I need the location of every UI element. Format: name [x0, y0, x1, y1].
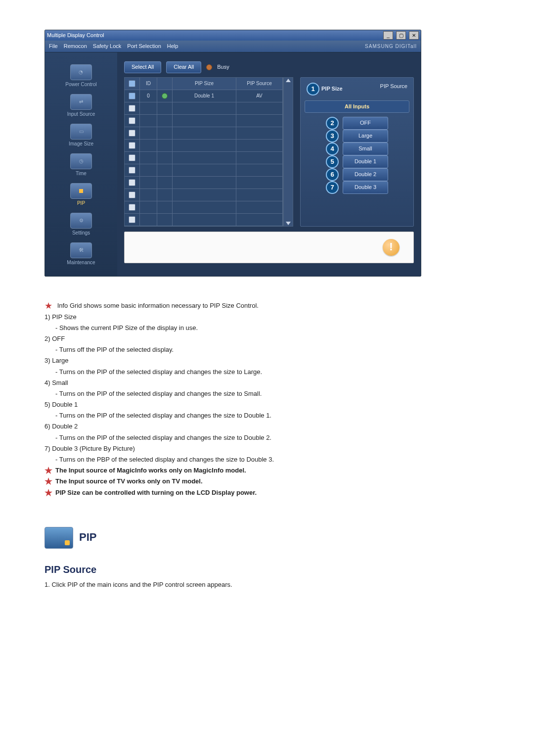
menu-remocon[interactable]: Remocon	[64, 43, 87, 50]
row-pip-size: Double 1	[173, 90, 236, 102]
pip-size-tab[interactable]: PIP Size	[321, 85, 343, 93]
menu-safety-lock[interactable]: Safety Lock	[93, 43, 121, 50]
info-icon: !	[383, 239, 400, 256]
row-pip-size	[173, 115, 236, 127]
pip-option-off[interactable]: OFF	[343, 117, 388, 129]
settings-icon: ⚙	[70, 213, 92, 229]
note-item-sub: - Turns on the PBP of the selected displ…	[55, 455, 420, 464]
row-checkbox[interactable]	[125, 152, 140, 164]
row-checkbox[interactable]	[125, 140, 140, 152]
pip-option-row: 5Double 1	[305, 155, 409, 168]
row-status	[157, 90, 173, 102]
row-pip-size	[173, 127, 236, 140]
pip-option-row: 6Double 2	[305, 168, 409, 181]
row-checkbox[interactable]	[125, 164, 140, 177]
select-all-button[interactable]: Select All	[124, 61, 161, 73]
star-icon: ★	[44, 476, 52, 486]
clear-all-button[interactable]: Clear All	[166, 61, 201, 73]
menu-file[interactable]: File	[49, 43, 58, 50]
table-row[interactable]	[125, 201, 283, 214]
callout-4: 4	[326, 142, 339, 155]
note-item-head: 6) Double 2	[44, 422, 420, 431]
col-checkbox-header[interactable]	[125, 78, 140, 90]
row-pip-size	[173, 189, 236, 201]
row-status	[157, 164, 173, 177]
sidebar-item-maintenance[interactable]: 🛠 Maintenance	[67, 241, 95, 267]
row-checkbox[interactable]	[125, 127, 140, 140]
mdc-app-window: Multiple Display Control _ ▢ ✕ File Remo…	[44, 30, 421, 277]
sidebar-item-image-size[interactable]: ▭ Image Size	[69, 123, 93, 148]
row-status	[157, 152, 173, 164]
sidebar-item-label: PIP	[77, 200, 85, 207]
star-icon: ★	[44, 488, 52, 498]
busy-label: Busy	[217, 63, 229, 71]
table-row[interactable]	[125, 115, 283, 127]
pip-section-icon	[44, 527, 73, 549]
col-id-header: ID	[140, 78, 157, 90]
note-item-sub: - Shows the current PIP Size of the disp…	[55, 324, 420, 332]
callout-6: 6	[326, 168, 339, 181]
pip-source-tab[interactable]: PIP Source	[380, 83, 407, 95]
menu-help[interactable]: Help	[167, 43, 178, 50]
row-checkbox[interactable]	[125, 115, 140, 127]
pip-panel: 1 PIP Size PIP Source All Inputs 2OFF3La…	[300, 77, 414, 227]
table-row[interactable]	[125, 177, 283, 189]
row-id	[140, 152, 157, 164]
note-item-head: 4) Small	[44, 378, 420, 387]
scroll-up-icon[interactable]	[286, 79, 291, 82]
sidebar-item-input-source[interactable]: ⇄ Input Source	[67, 93, 95, 119]
table-row[interactable]	[125, 189, 283, 201]
scroll-down-icon[interactable]	[286, 222, 291, 225]
table-row[interactable]	[125, 102, 283, 115]
row-checkbox[interactable]	[125, 189, 140, 201]
sidebar-item-label: Time	[76, 170, 87, 177]
footnote: ★The Input source of TV works only on TV…	[44, 477, 420, 486]
row-pip-size	[173, 164, 236, 177]
row-pip-source	[236, 201, 283, 214]
status-dot-icon	[162, 93, 168, 99]
note-item-head: 5) Double 1	[44, 400, 420, 409]
row-id: 0	[140, 90, 157, 102]
pip-option-double 3[interactable]: Double 3	[343, 181, 388, 193]
app-title: Multiple Display Control	[47, 32, 104, 39]
pip-option-double 1[interactable]: Double 1	[343, 155, 388, 168]
row-checkbox[interactable]	[125, 90, 140, 102]
sidebar-item-settings[interactable]: ⚙ Settings	[70, 212, 92, 237]
footnote: ★The Input source of MagicInfo works onl…	[44, 466, 420, 475]
table-row[interactable]	[125, 214, 283, 226]
row-checkbox[interactable]	[125, 102, 140, 115]
row-status	[157, 214, 173, 226]
sidebar-item-label: Maintenance	[67, 259, 95, 266]
note-item-sub: - Turns on the PIP of the selected displ…	[55, 411, 420, 420]
pip-icon	[70, 183, 92, 199]
pip-option-row: 2OFF	[305, 117, 409, 130]
table-row[interactable]	[125, 140, 283, 152]
sidebar-item-pip[interactable]: PIP	[70, 182, 92, 208]
grid-scrollbar[interactable]	[283, 77, 293, 227]
minimize-button[interactable]: _	[383, 31, 393, 40]
pip-section-title: PIP	[79, 530, 96, 545]
pip-source-heading: PIP Source	[44, 563, 490, 576]
row-status	[157, 127, 173, 140]
close-button[interactable]: ✕	[409, 31, 419, 40]
row-status	[157, 102, 173, 115]
table-row[interactable]	[125, 127, 283, 140]
row-checkbox[interactable]	[125, 201, 140, 214]
pip-option-small[interactable]: Small	[343, 142, 388, 155]
pip-option-double 2[interactable]: Double 2	[343, 168, 388, 181]
pip-option-large[interactable]: Large	[343, 130, 388, 142]
row-status	[157, 201, 173, 214]
row-checkbox[interactable]	[125, 214, 140, 226]
power-control-icon: ◔	[70, 64, 92, 80]
table-row[interactable]: 0Double 1AV	[125, 90, 283, 102]
callout-1: 1	[307, 83, 319, 95]
row-checkbox[interactable]	[125, 177, 140, 189]
menu-port-selection[interactable]: Port Selection	[127, 43, 161, 50]
sidebar-item-power-control[interactable]: ◔ Power Control	[65, 63, 96, 89]
sidebar: ◔ Power Control ⇄ Input Source ▭ Image S…	[45, 52, 117, 276]
table-row[interactable]	[125, 164, 283, 177]
table-row[interactable]	[125, 152, 283, 164]
maximize-button[interactable]: ▢	[396, 31, 406, 40]
sidebar-item-time[interactable]: ◷ Time	[70, 152, 92, 178]
pip-option-row: 4Small	[305, 142, 409, 155]
